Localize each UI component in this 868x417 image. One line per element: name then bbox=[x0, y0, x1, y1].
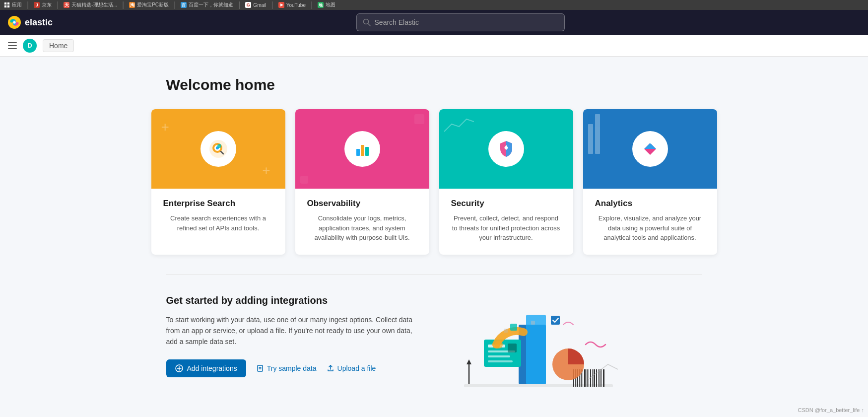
svg-rect-47 bbox=[601, 369, 602, 387]
security-card-header bbox=[439, 109, 573, 189]
enterprise-search-card[interactable]: + + Enterprise Search Create sear bbox=[151, 109, 285, 255]
illustration-area bbox=[454, 295, 702, 406]
svg-rect-38 bbox=[584, 369, 586, 387]
menu-line bbox=[8, 48, 17, 49]
upload-file-button[interactable]: Upload a file bbox=[327, 364, 376, 372]
watermark: CSDN @for_a_better_life ↑ bbox=[798, 407, 864, 413]
svg-rect-44 bbox=[596, 369, 597, 387]
analytics-card-header bbox=[583, 109, 717, 189]
enterprise-search-card-body: Enterprise Search Create search experien… bbox=[151, 189, 285, 245]
svg-marker-50 bbox=[467, 359, 471, 364]
svg-rect-52 bbox=[526, 315, 546, 384]
svg-rect-23 bbox=[595, 114, 600, 154]
browser-tab-gmail[interactable]: G Gmail bbox=[245, 2, 266, 8]
breadcrumb-bar: D Home bbox=[0, 35, 868, 57]
svg-point-9 bbox=[13, 21, 15, 23]
menu-toggle-button[interactable] bbox=[8, 42, 17, 49]
observability-desc: Consolidate your logs, metrics, applicat… bbox=[307, 213, 417, 243]
analytics-icon-circle bbox=[632, 131, 668, 167]
elastic-logo[interactable]: elastic bbox=[8, 16, 53, 29]
svg-point-60 bbox=[495, 341, 503, 348]
svg-rect-40 bbox=[589, 369, 589, 387]
observability-icon-circle bbox=[344, 131, 380, 167]
svg-rect-20 bbox=[365, 147, 369, 156]
add-integrations-button[interactable]: Add integrations bbox=[166, 359, 246, 377]
security-icon bbox=[496, 139, 516, 159]
security-desc: Prevent, collect, detect, and respond to… bbox=[451, 213, 561, 243]
browser-tab-taobao[interactable]: 淘 爱淘宝PC新版 bbox=[129, 1, 169, 8]
upload-icon bbox=[327, 364, 334, 372]
svg-rect-28 bbox=[258, 365, 263, 371]
search-bar[interactable]: Search Elastic bbox=[356, 13, 565, 31]
deco-rect bbox=[414, 114, 424, 124]
svg-rect-56 bbox=[488, 355, 510, 357]
analytics-icon bbox=[640, 139, 660, 159]
svg-point-16 bbox=[217, 144, 221, 148]
welcome-title: Welcome home bbox=[166, 76, 275, 93]
file-icon bbox=[256, 364, 264, 372]
breadcrumb-home[interactable]: Home bbox=[43, 39, 74, 52]
security-card[interactable]: Security Prevent, collect, detect, and r… bbox=[439, 109, 573, 255]
browser-tab-maps[interactable]: 地 地图 bbox=[318, 1, 335, 8]
enterprise-search-title: Enterprise Search bbox=[163, 199, 273, 208]
cards-row: + + Enterprise Search Create sear bbox=[151, 109, 717, 255]
browser-tab-apps[interactable]: 应用 bbox=[4, 1, 22, 8]
top-nav: elastic Search Elastic bbox=[0, 10, 868, 35]
integrations-section: Get started by adding integrations To st… bbox=[166, 295, 702, 406]
analytics-title: Analytics bbox=[595, 199, 705, 208]
svg-rect-19 bbox=[361, 145, 364, 156]
svg-rect-3 bbox=[7, 5, 9, 7]
deco-chart bbox=[444, 114, 474, 134]
deco-plus: + bbox=[161, 119, 169, 135]
integrations-title: Get started by adding integrations bbox=[166, 295, 424, 306]
svg-rect-43 bbox=[594, 369, 595, 387]
svg-rect-64 bbox=[504, 329, 508, 333]
search-icon bbox=[363, 18, 371, 26]
security-card-body: Security Prevent, collect, detect, and r… bbox=[439, 189, 573, 255]
svg-rect-22 bbox=[588, 124, 593, 154]
enterprise-search-desc: Create search experiences with a refined… bbox=[163, 213, 273, 233]
svg-rect-48 bbox=[603, 369, 604, 387]
browser-bar: 应用 | J 京东 | 天 天猫精选-理想生活... | 淘 爱淘宝PC新版 |… bbox=[0, 0, 868, 10]
svg-rect-39 bbox=[587, 369, 588, 387]
deco-rect bbox=[300, 176, 308, 184]
section-divider bbox=[166, 275, 702, 275]
enterprise-search-icon-circle bbox=[200, 131, 236, 167]
analytics-desc: Explore, visualize, and analyze your dat… bbox=[595, 213, 705, 243]
svg-rect-57 bbox=[488, 360, 513, 362]
observability-icon bbox=[352, 139, 372, 159]
svg-rect-46 bbox=[600, 369, 601, 387]
svg-line-11 bbox=[368, 24, 370, 26]
menu-line bbox=[8, 42, 17, 43]
analytics-card-body: Analytics Explore, visualize, and analyz… bbox=[583, 189, 717, 255]
browser-tab-jd[interactable]: J 京东 bbox=[34, 1, 52, 8]
security-icon-circle bbox=[488, 131, 524, 167]
try-sample-data-button[interactable]: Try sample data bbox=[256, 364, 317, 372]
svg-rect-18 bbox=[356, 149, 360, 156]
svg-rect-42 bbox=[592, 369, 593, 387]
observability-card[interactable]: Observability Consolidate your logs, met… bbox=[295, 109, 429, 255]
browser-tab-baidu[interactable]: 百 百度一下，你就知道 bbox=[181, 1, 233, 8]
plus-circle-icon bbox=[175, 364, 183, 372]
browser-tab-youtube[interactable]: YouTube bbox=[278, 2, 306, 8]
menu-line bbox=[8, 45, 17, 46]
deco-plus: + bbox=[262, 163, 270, 179]
security-title: Security bbox=[451, 199, 561, 208]
svg-rect-58 bbox=[508, 344, 517, 352]
avatar[interactable]: D bbox=[23, 39, 37, 53]
integrations-text: Get started by adding integrations To st… bbox=[166, 295, 424, 377]
browser-tab-tmall[interactable]: 天 天猫精选-理想生活... bbox=[64, 1, 117, 8]
svg-rect-62 bbox=[551, 316, 560, 325]
buttons-row: Add integrations Try sample data bbox=[166, 359, 424, 377]
svg-marker-4 bbox=[280, 3, 283, 6]
analytics-card[interactable]: Analytics Explore, visualize, and analyz… bbox=[583, 109, 717, 255]
svg-rect-1 bbox=[7, 2, 9, 4]
svg-rect-0 bbox=[4, 2, 6, 4]
enterprise-search-icon bbox=[208, 139, 228, 159]
search-bar-container: Search Elastic bbox=[61, 13, 860, 31]
svg-rect-61 bbox=[510, 324, 517, 331]
observability-card-header bbox=[295, 109, 429, 189]
integrations-illustration bbox=[454, 295, 623, 404]
elastic-logo-icon bbox=[8, 16, 21, 29]
svg-rect-63 bbox=[531, 321, 535, 325]
